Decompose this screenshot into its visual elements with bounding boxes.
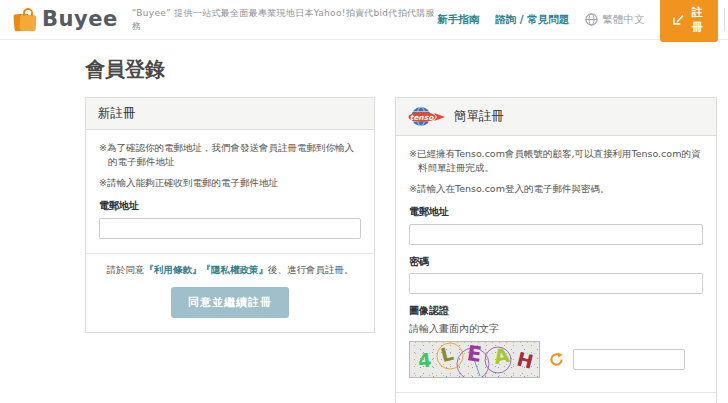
agree-continue-button[interactable]: 同意並繼續註冊: [171, 287, 289, 318]
nav-beginner-guide[interactable]: 新手指南: [437, 13, 479, 27]
agreement-prefix: 請於同意: [107, 264, 145, 275]
tenso-logo-icon: tenso: [408, 105, 448, 128]
nav-faq[interactable]: 諮詢 / 常見問題: [495, 13, 569, 27]
captcha-char: E: [466, 343, 483, 366]
page-title: 會員登錄: [85, 56, 728, 83]
captcha-label: 圖像認證: [409, 304, 703, 318]
email-label: 電郵地址: [99, 199, 361, 213]
new-registration-panel: 新註冊 ※為了確認你的電郵地址，我們會發送會員註冊電郵到你輸入的電子郵件地址 ※…: [85, 97, 375, 333]
privacy-link[interactable]: 『隱私權政策』: [202, 264, 269, 275]
header-register-button[interactable]: 註冊: [660, 0, 718, 42]
tenso-registration-header: tenso 簡單註冊: [396, 98, 716, 136]
header-right-divider: [724, 8, 725, 31]
site-tagline: “Buyee” 提供一站式最全面最專業現地日本Yahoo!拍賣代bid代拍代購服…: [132, 7, 438, 33]
tenso-password-label: 密碼: [409, 255, 703, 269]
panel-divider: [396, 392, 716, 393]
header-nav: 新手指南 諮詢 / 常見問題 繁體中文: [437, 0, 718, 42]
note-email-confirmation: ※為了確認你的電郵地址，我們會發送會員註冊電郵到你輸入的電子郵件地址: [99, 141, 361, 169]
shopping-bag-icon: [12, 6, 38, 33]
tenso-email-label: 電郵地址: [409, 205, 703, 219]
captcha-image: 4 L E A H: [409, 341, 540, 378]
header-register-label: 註冊: [689, 5, 705, 35]
captcha-row: 4 L E A H: [409, 341, 703, 378]
top-header: Buyee “Buyee” 提供一站式最全面最專業現地日本Yahoo!拍賣代bi…: [0, 0, 728, 40]
captcha-refresh-button[interactable]: [549, 352, 564, 367]
captcha-input[interactable]: [573, 349, 685, 370]
note-tenso-account: ※已經擁有Tenso.com會員帳號的顧客,可以直接利用Tenso.com的資料…: [409, 147, 703, 175]
note-tenso-login: ※請輸入在Tenso.com登入的電子郵件與密碼。: [409, 182, 703, 196]
tenso-registration-body: ※已經擁有Tenso.com會員帳號的顧客,可以直接利用Tenso.com的資料…: [396, 136, 716, 403]
tenso-password-input[interactable]: [409, 273, 703, 294]
language-selector[interactable]: 繁體中文: [585, 13, 644, 27]
new-registration-title: 新註冊: [98, 105, 136, 122]
captcha-hint: 請輸入畫面內的文字: [409, 322, 703, 336]
pencil-register-icon: [673, 14, 684, 25]
registration-page: Buyee “Buyee” 提供一站式最全面最專業現地日本Yahoo!拍賣代bi…: [0, 0, 728, 403]
captcha-char: A: [492, 345, 511, 367]
note-valid-email: ※請輸入能夠正確收到電郵的電子郵件地址: [99, 176, 361, 190]
new-registration-header: 新註冊: [86, 98, 374, 130]
agreement-suffix: 後、進行會員註冊。: [268, 264, 354, 275]
buyee-logo[interactable]: Buyee: [12, 6, 118, 33]
registration-panels: 新註冊 ※為了確認你的電郵地址，我們會發送會員註冊電郵到你輸入的電子郵件地址 ※…: [85, 97, 728, 403]
tenso-email-input[interactable]: [409, 224, 703, 245]
language-label: 繁體中文: [602, 13, 644, 27]
panel-divider: [86, 253, 374, 254]
buyee-wordmark: Buyee: [42, 9, 118, 30]
new-registration-body: ※為了確認你的電郵地址，我們會發送會員註冊電郵到你輸入的電子郵件地址 ※請輸入能…: [86, 130, 374, 332]
tenso-registration-title: 簡單註冊: [454, 108, 504, 125]
terms-link[interactable]: 『利用條款』: [145, 264, 202, 275]
email-input[interactable]: [99, 218, 361, 239]
globe-icon: [585, 13, 598, 26]
captcha-char: 4: [417, 351, 432, 371]
svg-text:tenso: tenso: [410, 113, 434, 122]
agreement-text: 請於同意『利用條款』『隱私權政策』後、進行會員註冊。: [99, 264, 361, 277]
refresh-icon: [549, 352, 564, 367]
tenso-registration-panel: tenso 簡單註冊 ※已經擁有Tenso.com會員帳號的顧客,可以直接利用T…: [395, 97, 717, 403]
